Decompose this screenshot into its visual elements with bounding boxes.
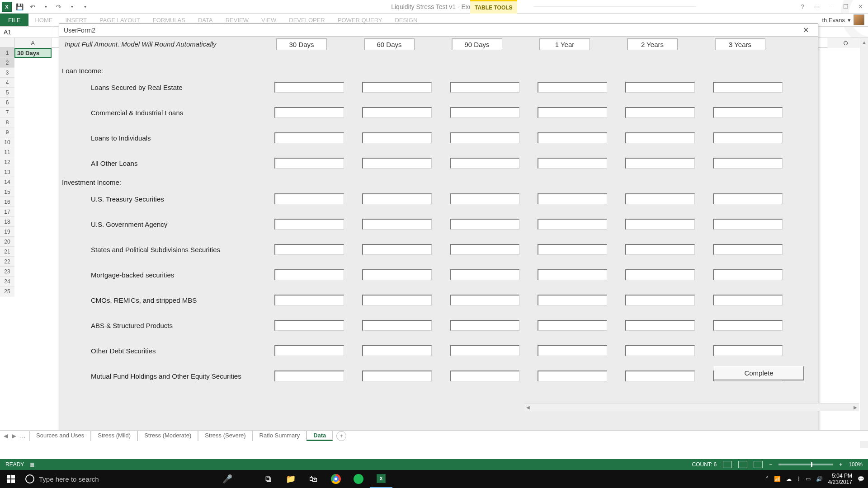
investment-input[interactable]	[362, 295, 432, 305]
row-header[interactable]: 25	[0, 286, 14, 296]
chrome-icon[interactable]	[325, 470, 347, 488]
row-header[interactable]: 9	[0, 127, 14, 137]
help-icon[interactable]: ?	[797, 2, 808, 11]
investment-input[interactable]	[274, 193, 344, 204]
qat-undo-button[interactable]: ↶	[27, 2, 38, 12]
investment-input[interactable]	[362, 269, 432, 280]
loan-input[interactable]	[538, 82, 607, 93]
investment-input[interactable]	[274, 244, 344, 255]
loan-input[interactable]	[274, 107, 344, 118]
new-sheet-button[interactable]: +	[336, 431, 346, 441]
user-caret-icon[interactable]: ▾	[848, 17, 851, 23]
investment-input[interactable]	[713, 345, 783, 356]
row-header[interactable]: 3	[0, 68, 14, 78]
user-name[interactable]: th Evans	[822, 17, 845, 23]
spotify-icon[interactable]	[347, 470, 370, 488]
investment-input[interactable]	[450, 295, 519, 305]
start-button[interactable]	[0, 470, 22, 488]
sheet-nav-prev[interactable]: ◀	[4, 432, 8, 439]
row-header[interactable]: 2	[0, 58, 14, 68]
row-header[interactable]: 19	[0, 227, 14, 237]
loan-input[interactable]	[625, 82, 695, 93]
tray-wifi-icon[interactable]: 📶	[774, 476, 781, 482]
loan-input[interactable]	[450, 158, 519, 169]
row-header[interactable]: 17	[0, 207, 14, 217]
investment-input[interactable]	[625, 295, 695, 305]
investment-input[interactable]	[625, 269, 695, 280]
row-header[interactable]: 12	[0, 157, 14, 167]
investment-input[interactable]	[362, 345, 432, 356]
investment-input[interactable]	[538, 345, 607, 356]
qat-redo-button[interactable]: ↷	[53, 2, 64, 12]
investment-input[interactable]	[362, 219, 432, 230]
sheet-tab[interactable]: Ratio Summary	[253, 431, 307, 441]
sheet-tab[interactable]: Stress (Severe)	[198, 431, 252, 441]
row-header[interactable]: 16	[0, 197, 14, 207]
investment-input[interactable]	[538, 320, 607, 331]
loan-input[interactable]	[362, 107, 432, 118]
investment-input[interactable]	[713, 295, 783, 305]
cell-a1[interactable]: 30 Days	[14, 48, 52, 58]
row-header[interactable]: 23	[0, 267, 14, 277]
sheet-tab[interactable]: Stress (Mild)	[91, 431, 137, 441]
tray-volume-icon[interactable]: 🔊	[816, 476, 823, 482]
investment-input[interactable]	[538, 295, 607, 305]
taskbar-clock[interactable]: 5:04 PM 4/23/2017	[828, 473, 852, 485]
loan-input[interactable]	[362, 158, 432, 169]
hscroll-left-icon[interactable]: ◀	[526, 405, 530, 410]
taskbar-search[interactable]: Type here to search	[22, 470, 216, 488]
view-normal-button[interactable]	[723, 461, 732, 468]
loan-input[interactable]	[625, 132, 695, 143]
sheet-tab[interactable]: Sources and Uses	[29, 431, 91, 441]
ribbon-display-options-icon[interactable]: ▭	[811, 2, 823, 11]
row-header[interactable]: 18	[0, 217, 14, 227]
row-header[interactable]: 11	[0, 147, 14, 157]
loan-input[interactable]	[713, 107, 783, 118]
sheet-tab[interactable]: Data	[307, 431, 333, 441]
investment-input[interactable]	[538, 219, 607, 230]
investment-input[interactable]	[274, 371, 344, 381]
investment-input[interactable]	[625, 219, 695, 230]
row-header[interactable]: 7	[0, 108, 14, 117]
row-header[interactable]: 1	[0, 48, 14, 58]
investment-input[interactable]	[625, 320, 695, 331]
investment-input[interactable]	[450, 371, 519, 381]
loan-input[interactable]	[713, 132, 783, 143]
vertical-scrollbar[interactable]: ▲	[860, 38, 868, 448]
sheet-nav-next[interactable]: ▶	[12, 432, 16, 439]
select-all-corner[interactable]	[0, 38, 14, 47]
file-tab[interactable]: FILE	[0, 14, 28, 26]
sheet-nav-more[interactable]: …	[20, 432, 26, 439]
investment-input[interactable]	[450, 244, 519, 255]
qat-customize-caret[interactable]: ▾	[80, 2, 90, 12]
investment-input[interactable]	[713, 269, 783, 280]
investment-input[interactable]	[362, 244, 432, 255]
investment-input[interactable]	[625, 371, 695, 381]
zoom-out-button[interactable]: −	[769, 461, 772, 468]
hscroll-right-icon[interactable]: ▶	[854, 405, 857, 410]
loan-input[interactable]	[450, 132, 519, 143]
investment-input[interactable]	[274, 219, 344, 230]
restore-button[interactable]: ❐	[840, 2, 852, 11]
investment-input[interactable]	[274, 320, 344, 331]
row-header[interactable]: 20	[0, 237, 14, 247]
macro-record-icon[interactable]: ▦	[29, 461, 34, 468]
loan-input[interactable]	[538, 132, 607, 143]
loan-input[interactable]	[625, 158, 695, 169]
name-box[interactable]: A1	[0, 27, 54, 38]
loan-input[interactable]	[362, 132, 432, 143]
column-header-o[interactable]: O	[827, 38, 864, 48]
investment-input[interactable]	[450, 193, 519, 204]
zoom-level[interactable]: 100%	[849, 461, 863, 468]
investment-input[interactable]	[713, 320, 783, 331]
mic-icon[interactable]: 🎤	[216, 470, 239, 488]
row-header[interactable]: 15	[0, 187, 14, 197]
investment-input[interactable]	[274, 269, 344, 280]
loan-input[interactable]	[713, 158, 783, 169]
row-header[interactable]: 8	[0, 117, 14, 127]
column-header-a[interactable]: A	[14, 38, 52, 48]
investment-input[interactable]	[538, 269, 607, 280]
zoom-slider[interactable]	[778, 464, 833, 465]
horizontal-scrollbar[interactable]: ◀ ▶	[524, 403, 859, 411]
qat-undo-caret[interactable]: ▾	[40, 2, 51, 12]
